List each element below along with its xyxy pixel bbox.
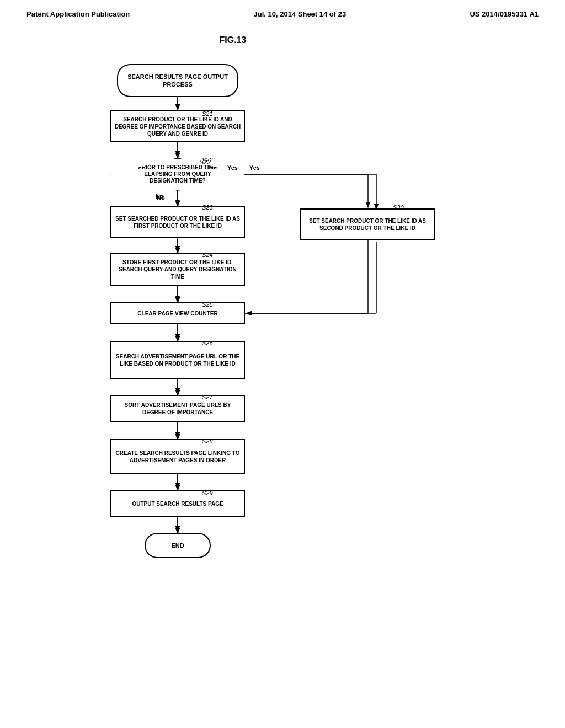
s21-node: SEARCH PRODUCT OR THE LIKE ID AND DEGREE… xyxy=(110,110,245,142)
s24-node: STORE FIRST PRODUCT OR THE LIKE ID, SEAR… xyxy=(110,253,245,286)
figure-title: FIG.13 xyxy=(0,35,539,45)
s30-node: SET SEARCH PRODUCT OR THE LIKE ID AS SEC… xyxy=(300,208,435,240)
yes-label: Yes xyxy=(227,164,238,171)
s22-diamond-wrap: PRIOR TO PRESCRIBED TIME ELAPSING FROM Q… xyxy=(110,158,245,191)
s26-node: SEARCH ADVERTISEMENT PAGE URL OR THE LIK… xyxy=(110,341,245,379)
flowchart: SEARCH RESULTS PAGE OUTPUT PROCESS S21 S… xyxy=(67,54,498,655)
page-header: Patent Application Publication Jul. 10, … xyxy=(0,0,565,24)
svg-text:Yes: Yes xyxy=(249,164,260,171)
s29-node: OUTPUT SEARCH RESULTS PAGE xyxy=(110,490,245,517)
header-left: Patent Application Publication xyxy=(26,10,130,18)
main-content: FIG.13 xyxy=(0,24,565,666)
no-label: No xyxy=(156,193,164,200)
s28-node: CREATE SEARCH RESULTS PAGE LINKING TO AD… xyxy=(110,439,245,474)
header-center: Jul. 10, 2014 Sheet 14 of 23 xyxy=(254,10,347,18)
s22-diamond: PRIOR TO PRESCRIBED TIME ELAPSING FROM Q… xyxy=(110,158,245,191)
s25-node: CLEAR PAGE VIEW COUNTER xyxy=(110,302,245,324)
s23-node: SET SEARCHED PRODUCT OR THE LIKE ID AS F… xyxy=(110,206,245,238)
start-node: SEARCH RESULTS PAGE OUTPUT PROCESS xyxy=(117,64,238,97)
end-node: END xyxy=(145,533,211,558)
header-right: US 2014/0195331 A1 xyxy=(470,10,539,18)
s27-node: SORT ADVERTISEMENT PAGE URLS BY DEGREE O… xyxy=(110,395,245,422)
